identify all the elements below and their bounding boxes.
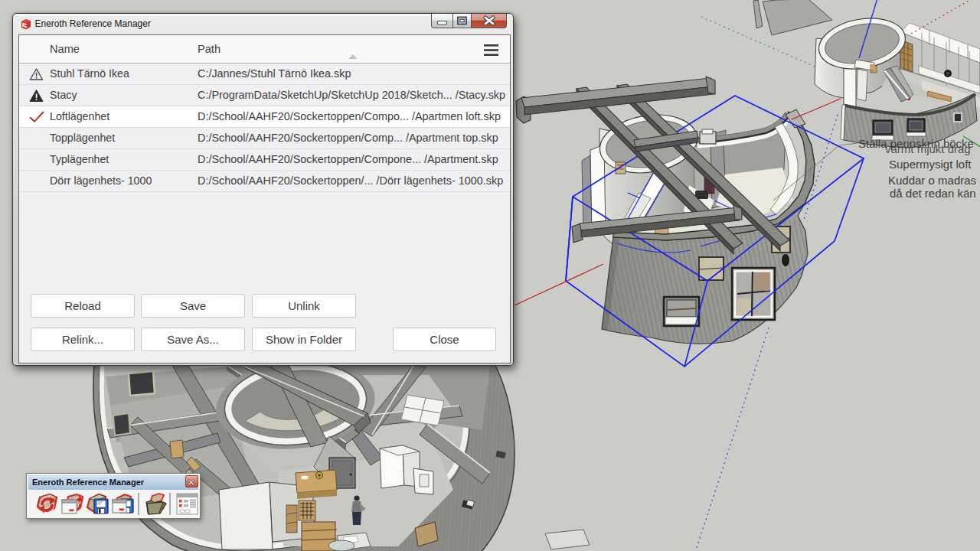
svg-text:då det redan kän: då det redan kän — [890, 187, 976, 200]
svg-text:Kuddar o madras: Kuddar o madras — [888, 174, 976, 187]
svg-text:Supermysigt loft: Supermysigt loft — [889, 158, 972, 171]
svg-text:varmt mjukt drag: varmt mjukt drag — [885, 142, 971, 155]
